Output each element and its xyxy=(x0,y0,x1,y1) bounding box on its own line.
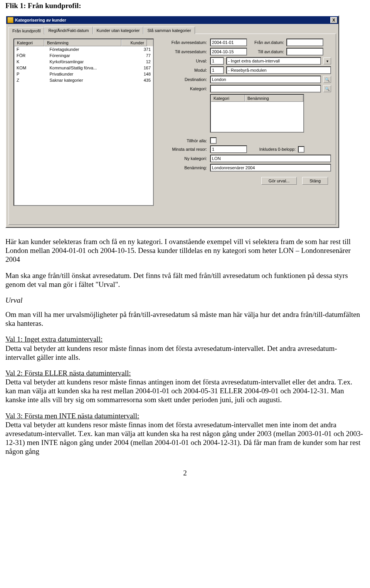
app-icon xyxy=(7,17,13,23)
tab-reg-andr-fakt[interactable]: Reg/Ändr/Fakt-datum xyxy=(44,27,92,34)
table-row[interactable]: KOMKommunal/Statlig förva...167 xyxy=(14,65,153,71)
label: Modul: xyxy=(161,68,208,72)
label: Urval: xyxy=(161,59,208,63)
gor-urval-button[interactable]: Gör urval... xyxy=(261,177,297,185)
inkludera-0-checkbox[interactable] xyxy=(298,146,304,153)
dialog-window: Kategorisering av kunder X Från kundprof… xyxy=(5,15,339,228)
table-row[interactable]: KKyrkoförsamlingar12 xyxy=(14,59,153,65)
close-icon[interactable]: X xyxy=(330,17,337,23)
ny-kategori-input[interactable] xyxy=(210,155,331,162)
tab-panel: Kategori Benämning Kunder FFöretagskunde… xyxy=(8,34,336,225)
mini-col-benamning[interactable]: Benämning xyxy=(245,95,303,102)
paragraph: Här kan kunder selekteras fram och få en… xyxy=(5,237,365,264)
label: Till avr.datum: xyxy=(249,49,284,54)
label: Ny kategori: xyxy=(161,156,208,161)
table-row[interactable]: FFöretagskunder371 xyxy=(14,46,153,52)
paragraph: Val 2: Första ELLER nästa datumintervall… xyxy=(5,369,365,404)
label: Från avresedatum: xyxy=(161,40,208,45)
selected-categories-list[interactable]: Kategori Benämning xyxy=(210,94,304,133)
paragraph: Man ska ange från/till önskat avresedatu… xyxy=(5,271,365,289)
col-kategori[interactable]: Kategori xyxy=(14,39,44,46)
paragraph: Om man vill ha mer urvalsmöjligheter på … xyxy=(5,310,365,328)
label: Från avr.datum: xyxy=(249,40,284,45)
label: Tillhör alla: xyxy=(161,138,208,143)
col-benamning[interactable]: Benämning xyxy=(44,39,121,46)
modul-num-input[interactable] xyxy=(210,66,224,74)
label: Inkludera 0-belopp: xyxy=(249,147,296,152)
document-body: Här kan kunder selekteras fram och få en… xyxy=(5,237,365,456)
section-heading: Flik 1: Från kundprofil: xyxy=(5,2,365,10)
tab-kunder-utan-kategorier[interactable]: Kunder utan kategorier xyxy=(93,27,144,34)
paragraph: Val 1: Inget extra datumintervall: Detta… xyxy=(5,335,365,362)
subheading-val1: Val 1: Inget extra datumintervall: xyxy=(5,335,103,343)
urval-text-input[interactable] xyxy=(226,57,321,65)
subheading-val3: Val 3: Första men INTE nästa datuminterv… xyxy=(5,412,139,420)
till-avresedatum-input[interactable] xyxy=(210,48,247,56)
label: Kategori: xyxy=(161,86,208,91)
fran-avresedatum-input[interactable] xyxy=(210,39,247,46)
subheading-urval: Urval xyxy=(5,296,365,305)
modul-text-input[interactable] xyxy=(226,66,331,74)
minsta-antal-input[interactable] xyxy=(210,145,247,153)
tab-fran-kundprofil[interactable]: Från kundprofil xyxy=(8,27,44,34)
table-row[interactable]: ZSaknar kategorier435 xyxy=(14,77,153,83)
binoculars-icon[interactable]: 🔍 xyxy=(323,76,331,83)
binoculars-icon[interactable]: 🔍 xyxy=(323,85,331,92)
table-row[interactable]: FÖRFöreningar77 xyxy=(14,52,153,59)
till-avr-datum-input[interactable] xyxy=(286,48,323,56)
label: Benämning: xyxy=(161,165,208,170)
col-kunder[interactable]: Kunder xyxy=(121,39,147,46)
fran-avr-datum-input[interactable] xyxy=(286,39,323,46)
urval-num-input[interactable] xyxy=(210,57,224,65)
category-list[interactable]: Kategori Benämning Kunder FFöretagskunde… xyxy=(13,39,154,206)
mini-col-kategori[interactable]: Kategori xyxy=(211,95,245,102)
kategori-input[interactable] xyxy=(210,85,321,93)
stang-button[interactable]: Stäng xyxy=(302,177,328,185)
lookup-icon[interactable]: ▾ xyxy=(323,57,331,64)
label: Destination: xyxy=(161,77,208,82)
table-row[interactable]: PPrivatkunder148 xyxy=(14,71,153,77)
titlebar: Kategorisering av kunder X xyxy=(6,16,338,24)
benamning-input[interactable] xyxy=(210,164,331,172)
destination-input[interactable] xyxy=(210,76,321,83)
paragraph: Val 3: Första men INTE nästa datuminterv… xyxy=(5,411,365,456)
subheading-val2: Val 2: Första ELLER nästa datumintervall… xyxy=(5,369,131,377)
filter-form: Från avresedatum: Från avr.datum: Till a… xyxy=(161,39,331,220)
tab-sla-samman-kategorier[interactable]: Slå samman kategorier xyxy=(143,27,195,34)
tillhor-alla-checkbox[interactable] xyxy=(210,137,217,144)
text: Detta val betyder att kundens resor måst… xyxy=(5,344,337,361)
tabstrip: Från kundprofil Reg/Ändr/Fakt-datum Kund… xyxy=(8,26,336,34)
label: Till avresedatum: xyxy=(161,49,208,54)
text: Detta val betyder att kundens resor måst… xyxy=(5,378,352,404)
window-title: Kategorisering av kunder xyxy=(15,18,66,22)
text: Detta val betyder att kundens resor måst… xyxy=(5,421,363,456)
page-number: 2 xyxy=(5,469,365,477)
label: Minsta antal resor: xyxy=(161,147,208,152)
